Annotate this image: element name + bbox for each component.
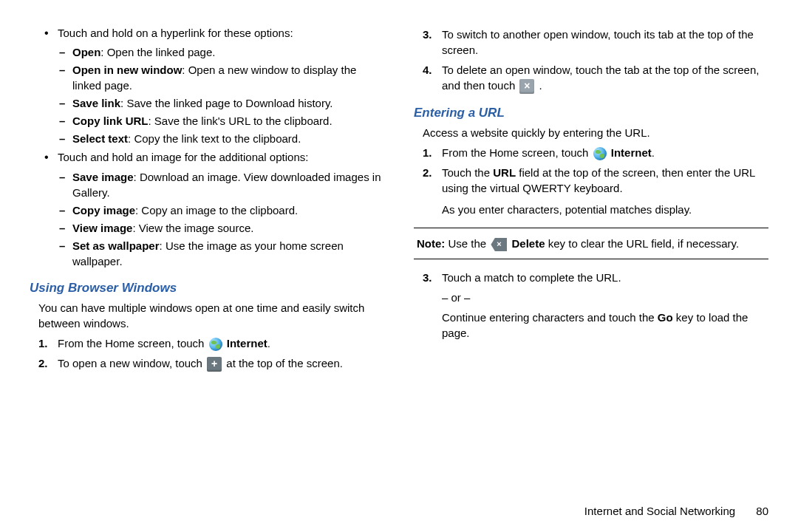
url-step-3: 3. Touch a match to complete the URL. – … bbox=[423, 270, 768, 341]
text: To delete an open window, touch the tab … bbox=[442, 64, 759, 92]
url-step-2: 2. Touch the URL field at the top of the… bbox=[423, 165, 768, 217]
text: As you enter characters, potential match… bbox=[442, 202, 768, 217]
page-footer: Internet and Social Networking 80 bbox=[30, 490, 768, 517]
internet-label: Internet bbox=[227, 337, 267, 349]
text: From the Home screen, touch bbox=[442, 146, 592, 159]
step-2: 2. To open a new window, touch + at the … bbox=[38, 355, 384, 372]
list-item: –Copy image: Copy an image to the clipbo… bbox=[59, 202, 384, 218]
text: Touch and hold on a hyperlink for these … bbox=[58, 25, 293, 41]
step-3: 3. To switch to another open window, tou… bbox=[423, 27, 768, 58]
page-number: 80 bbox=[756, 505, 768, 517]
text: From the Home screen, touch bbox=[58, 337, 208, 349]
text: Continue entering characters and touch t… bbox=[442, 311, 658, 324]
text-or: – or – bbox=[442, 290, 768, 305]
list-item: –Save link: Save the linked page to Down… bbox=[59, 95, 384, 111]
right-column: 3. To switch to another open window, tou… bbox=[414, 22, 768, 490]
list-item: –Copy link URL: Save the link's URL to t… bbox=[59, 113, 384, 129]
plus-icon: + bbox=[207, 357, 222, 372]
footer-section: Internet and Social Networking bbox=[584, 505, 735, 517]
text: Touch a match to complete the URL. bbox=[442, 270, 768, 285]
text: key to clear the URL field, if necessary… bbox=[545, 237, 740, 250]
text: Touch the bbox=[442, 166, 493, 179]
left-column: • Touch and hold on a hyperlink for thes… bbox=[30, 22, 384, 490]
delete-label: Delete bbox=[512, 237, 545, 250]
url-step-1: 1. From the Home screen, touch Internet. bbox=[423, 145, 768, 160]
delete-backspace-icon: × bbox=[491, 238, 507, 251]
list-item: –Set as wallpaper: Use the image as your… bbox=[59, 238, 384, 269]
close-icon: × bbox=[519, 79, 534, 94]
url-label: URL bbox=[493, 166, 516, 179]
internet-globe-icon bbox=[209, 338, 222, 351]
paragraph: You can have multiple windows open at on… bbox=[38, 300, 384, 331]
list-item: –Open: Open the linked page. bbox=[59, 44, 384, 60]
bullet-hyperlink: • Touch and hold on a hyperlink for thes… bbox=[44, 25, 384, 41]
step-4: 4. To delete an open window, touch the t… bbox=[423, 62, 768, 94]
go-label: Go bbox=[658, 311, 673, 324]
paragraph: Access a website quickly by entering the… bbox=[423, 125, 768, 140]
heading-using-browser-windows: Using Browser Windows bbox=[30, 279, 384, 297]
note-box: Note: Use the × Delete key to clear the … bbox=[414, 228, 768, 259]
text: Touch and hold an image for the addition… bbox=[58, 149, 308, 166]
list-item: –Save image: Download an image. View dow… bbox=[59, 169, 384, 200]
internet-globe-icon bbox=[593, 147, 607, 160]
heading-entering-url: Entering a URL bbox=[414, 104, 768, 122]
bullet-image: • Touch and hold an image for the additi… bbox=[44, 149, 384, 166]
text: To open a new window, touch bbox=[58, 357, 205, 369]
text: To switch to another open window, touch … bbox=[442, 27, 768, 58]
list-item: –Select text: Copy the link text to the … bbox=[59, 131, 384, 146]
text: at the top of the screen. bbox=[226, 357, 343, 369]
list-item: –View image: View the image source. bbox=[59, 220, 384, 236]
list-item: –Open in new window: Open a new window t… bbox=[59, 62, 384, 93]
internet-label: Internet bbox=[611, 146, 652, 159]
step-1: 1. From the Home screen, touch Internet. bbox=[38, 335, 384, 351]
note-label: Note: bbox=[417, 237, 445, 250]
